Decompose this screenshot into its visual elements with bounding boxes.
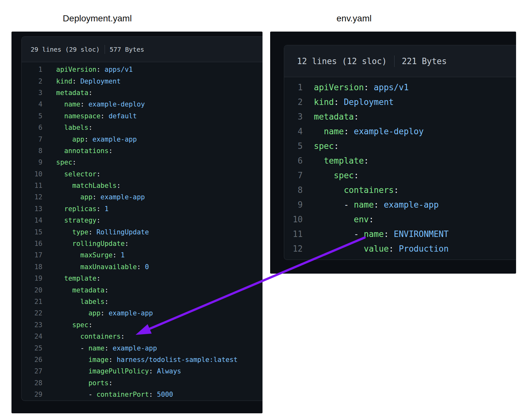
code-line: 26 image: harness/todolist-sample:latest bbox=[22, 354, 262, 365]
code-text: app: example-app bbox=[56, 309, 153, 317]
line-number: 12 bbox=[284, 244, 303, 254]
code-text: matchLabels: bbox=[56, 182, 121, 189]
code-text: labels: bbox=[56, 298, 108, 306]
line-number: 13 bbox=[22, 205, 42, 213]
line-number: 11 bbox=[284, 229, 303, 239]
code-text: name: example-deploy bbox=[56, 100, 145, 108]
line-number: 9 bbox=[22, 158, 42, 166]
line-number: 29 bbox=[22, 391, 42, 398]
code-line: 6 template: bbox=[284, 153, 516, 168]
code-text: - containerPort: 5000 bbox=[56, 391, 173, 398]
code-line: 10 selector: bbox=[22, 168, 262, 180]
line-number: 28 bbox=[22, 379, 42, 387]
code-text: image: harness/todolist-sample:latest bbox=[56, 356, 238, 364]
code-text: name: example-deploy bbox=[314, 127, 424, 136]
line-number: 5 bbox=[22, 112, 42, 120]
line-number: 26 bbox=[22, 356, 42, 364]
code-text: apiVersion: apps/v1 bbox=[314, 83, 409, 92]
code-line: 28 ports: bbox=[22, 377, 262, 389]
line-number: 11 bbox=[22, 182, 42, 189]
code-text: labels: bbox=[56, 124, 92, 131]
line-number: 24 bbox=[22, 333, 42, 340]
line-number: 27 bbox=[22, 367, 42, 375]
code-line: 7 app: example-app bbox=[22, 133, 262, 145]
line-number: 18 bbox=[22, 263, 42, 271]
code-text: type: RollingUpdate bbox=[56, 228, 149, 236]
line-number: 8 bbox=[284, 185, 303, 195]
code-line: 17 maxSurge: 1 bbox=[22, 249, 262, 261]
code-line: 9 - name: example-app bbox=[284, 197, 516, 212]
line-number: 15 bbox=[22, 228, 42, 236]
code-text: annotations: bbox=[56, 147, 113, 155]
code-line: 3metadata: bbox=[284, 109, 516, 124]
code-text: replicas: 1 bbox=[56, 205, 108, 213]
env-file-title: env.yaml bbox=[336, 13, 372, 24]
code-text: app: example-app bbox=[56, 193, 145, 201]
deployment-file-header: 29 lines (29 sloc) 577 Bytes bbox=[22, 37, 262, 62]
code-line: 10 env: bbox=[284, 212, 516, 227]
code-line: 2kind: Deployment bbox=[284, 95, 516, 109]
line-number: 12 bbox=[22, 193, 42, 201]
code-line: 29 - containerPort: 5000 bbox=[22, 389, 262, 400]
code-line: 6 labels: bbox=[22, 122, 262, 133]
code-text: kind: Deployment bbox=[314, 97, 394, 107]
line-number: 3 bbox=[22, 89, 42, 97]
code-line: 7 spec: bbox=[284, 168, 516, 183]
code-text: maxUnavailable: 0 bbox=[56, 263, 149, 271]
line-number: 19 bbox=[22, 275, 42, 282]
code-text: kind: Deployment bbox=[56, 77, 121, 85]
line-number: 22 bbox=[22, 309, 42, 317]
line-number: 2 bbox=[284, 97, 303, 107]
code-line: 5spec: bbox=[284, 139, 516, 153]
code-line: 3metadata: bbox=[22, 87, 262, 99]
header-divider bbox=[394, 55, 395, 67]
line-number: 1 bbox=[284, 83, 303, 92]
env-code-panel: 12 lines (12 sloc) 221 Bytes 1apiVersion… bbox=[270, 32, 516, 274]
line-number: 3 bbox=[284, 112, 303, 122]
code-line: 4 name: example-deploy bbox=[22, 99, 262, 110]
code-text: metadata: bbox=[56, 89, 92, 97]
line-number: 5 bbox=[284, 141, 303, 151]
line-number: 10 bbox=[22, 170, 42, 178]
line-number: 16 bbox=[22, 240, 42, 247]
code-text: app: example-app bbox=[56, 136, 137, 143]
code-line: 11 - name: ENVIRONMENT bbox=[284, 227, 516, 241]
page: Deployment.yaml env.yaml 29 lines (29 sl… bbox=[0, 0, 525, 420]
line-number: 21 bbox=[22, 298, 42, 306]
code-text: - name: example-app bbox=[314, 200, 439, 210]
code-line: 8 containers: bbox=[284, 183, 516, 197]
code-line: 2kind: Deployment bbox=[22, 75, 262, 87]
env-code-area: 1apiVersion: apps/v12kind: Deployment3me… bbox=[284, 77, 516, 256]
code-line: 9spec: bbox=[22, 157, 262, 168]
line-number: 7 bbox=[22, 136, 42, 143]
env-file-size: 221 Bytes bbox=[402, 56, 447, 66]
env-lines-count: 12 lines (12 sloc) bbox=[297, 56, 387, 66]
line-number: 9 bbox=[284, 200, 303, 210]
line-number: 6 bbox=[284, 156, 303, 166]
code-line: 23 spec: bbox=[22, 319, 262, 331]
code-text: - name: example-app bbox=[56, 344, 157, 352]
code-text: metadata: bbox=[56, 286, 108, 294]
code-text: env: bbox=[314, 215, 374, 224]
code-line: 8 annotations: bbox=[22, 145, 262, 157]
code-line: 15 type: RollingUpdate bbox=[22, 226, 262, 238]
code-text: spec: bbox=[314, 171, 359, 180]
code-text: spec: bbox=[56, 158, 76, 166]
code-text: containers: bbox=[56, 333, 125, 340]
code-line: 12 app: example-app bbox=[22, 191, 262, 203]
code-line: 24 containers: bbox=[22, 331, 262, 342]
code-line: 5 namespace: default bbox=[22, 110, 262, 122]
code-text: selector: bbox=[56, 170, 100, 178]
line-number: 1 bbox=[22, 66, 42, 73]
code-line: 1apiVersion: apps/v1 bbox=[22, 64, 262, 75]
line-number: 2 bbox=[22, 77, 42, 85]
code-text: template: bbox=[56, 275, 100, 282]
line-number: 17 bbox=[22, 251, 42, 259]
deployment-file-title: Deployment.yaml bbox=[63, 13, 132, 24]
deployment-file-size: 577 Bytes bbox=[110, 46, 144, 53]
code-line: 16 rollingUpdate: bbox=[22, 238, 262, 249]
deployment-code-area: 1apiVersion: apps/v12kind: Deployment3me… bbox=[22, 62, 262, 400]
code-text: template: bbox=[314, 156, 369, 166]
line-number: 7 bbox=[284, 171, 303, 180]
code-text: maxSurge: 1 bbox=[56, 251, 125, 259]
